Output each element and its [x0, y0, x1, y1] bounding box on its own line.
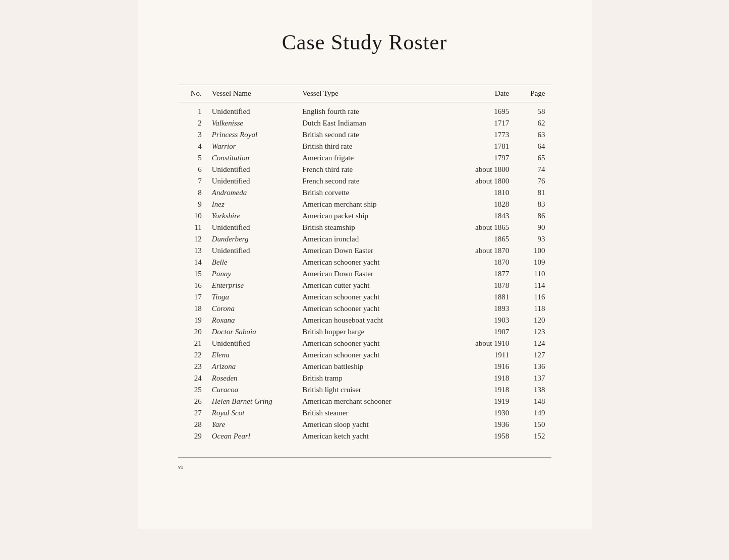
cell-name: Unidentified [212, 102, 302, 118]
table-row: 9InezAmerican merchant ship182883 [178, 199, 551, 210]
cell-type: British light cruiser [302, 384, 450, 396]
cell-name: Royal Scot [212, 407, 302, 419]
cell-page: 109 [517, 257, 551, 268]
table-row: 6UnidentifiedFrench third rateabout 1800… [178, 164, 551, 175]
cell-date: 1881 [450, 291, 518, 303]
cell-date: 1797 [450, 152, 518, 164]
cell-date: 1916 [450, 361, 518, 372]
cell-type: British third rate [302, 141, 450, 152]
cell-page: 138 [517, 384, 551, 396]
cell-page: 65 [517, 152, 551, 164]
cell-name: Unidentified [212, 338, 302, 349]
cell-date: about 1910 [450, 338, 518, 349]
table-row: 11UnidentifiedBritish steamshipabout 186… [178, 222, 551, 233]
table-row: 16EnterpriseAmerican cutter yacht1878114 [178, 280, 551, 291]
cell-date: 1907 [450, 326, 518, 338]
cell-name: Corona [212, 303, 302, 315]
cell-no: 3 [178, 129, 212, 141]
cell-name: Princess Royal [212, 129, 302, 141]
table-row: 28YareAmerican sloop yacht1936150 [178, 419, 551, 430]
cell-page: 152 [517, 430, 551, 442]
cell-no: 18 [178, 303, 212, 315]
cell-type: British corvette [302, 187, 450, 199]
cell-page: 86 [517, 210, 551, 222]
table-row: 20Doctor SaboiaBritish hopper barge19071… [178, 326, 551, 338]
table-row: 12DunderbergAmerican ironclad186593 [178, 233, 551, 245]
cell-name: Constitution [212, 152, 302, 164]
cell-name: Panay [212, 268, 302, 280]
cell-name: Elena [212, 349, 302, 361]
header-type: Vessel Type [302, 85, 450, 102]
cell-page: 120 [517, 315, 551, 326]
cell-page: 116 [517, 291, 551, 303]
cell-type: English fourth rate [302, 102, 450, 118]
table-row: 8AndromedaBritish corvette181081 [178, 187, 551, 199]
cell-type: American Down Easter [302, 268, 450, 280]
cell-page: 63 [517, 129, 551, 141]
cell-page: 114 [517, 280, 551, 291]
cell-date: 1717 [450, 117, 518, 129]
cell-date: about 1870 [450, 245, 518, 257]
footer: vi [178, 457, 551, 471]
cell-no: 16 [178, 280, 212, 291]
cell-date: 1695 [450, 102, 518, 118]
cell-name: Yorkshire [212, 210, 302, 222]
cell-page: 127 [517, 349, 551, 361]
cell-page: 62 [517, 117, 551, 129]
cell-date: 1918 [450, 384, 518, 396]
cell-page: 149 [517, 407, 551, 419]
cell-page: 100 [517, 245, 551, 257]
table-row: 1UnidentifiedEnglish fourth rate169558 [178, 102, 551, 118]
page-title: Case Study Roster [178, 30, 551, 54]
cell-date: 1828 [450, 199, 518, 210]
cell-no: 6 [178, 164, 212, 175]
cell-date: 1936 [450, 419, 518, 430]
cell-date: 1918 [450, 372, 518, 384]
cell-name: Curacoa [212, 384, 302, 396]
table-row: 27Royal ScotBritish steamer1930149 [178, 407, 551, 419]
cell-no: 7 [178, 175, 212, 187]
table-row: 2ValkenisseDutch East Indiaman171762 [178, 117, 551, 129]
cell-date: about 1865 [450, 222, 518, 233]
cell-type: American houseboat yacht [302, 315, 450, 326]
cell-date: 1865 [450, 233, 518, 245]
header-no: No. [178, 85, 212, 102]
table-row: 18CoronaAmerican schooner yacht1893118 [178, 303, 551, 315]
table-container: No. Vessel Name Vessel Type Date Page 1U… [178, 85, 551, 442]
cell-no: 27 [178, 407, 212, 419]
cell-date: 1958 [450, 430, 518, 442]
cell-page: 74 [517, 164, 551, 175]
cell-no: 23 [178, 361, 212, 372]
table-row: 3Princess RoyalBritish second rate177363 [178, 129, 551, 141]
cell-page: 136 [517, 361, 551, 372]
cell-no: 13 [178, 245, 212, 257]
cell-page: 123 [517, 326, 551, 338]
cell-page: 83 [517, 199, 551, 210]
cell-type: American schooner yacht [302, 349, 450, 361]
cell-type: French third rate [302, 164, 450, 175]
cell-page: 137 [517, 372, 551, 384]
cell-name: Andromeda [212, 187, 302, 199]
cell-type: American merchant schooner [302, 396, 450, 407]
cell-type: British steamer [302, 407, 450, 419]
table-row: 24RosedenBritish tramp1918137 [178, 372, 551, 384]
cell-name: Yare [212, 419, 302, 430]
cell-page: 76 [517, 175, 551, 187]
roster-table: No. Vessel Name Vessel Type Date Page 1U… [178, 85, 551, 442]
cell-type: British second rate [302, 129, 450, 141]
cell-type: American cutter yacht [302, 280, 450, 291]
cell-type: American ironclad [302, 233, 450, 245]
table-row: 23ArizonaAmerican battleship1916136 [178, 361, 551, 372]
table-row: 25CuracoaBritish light cruiser1918138 [178, 384, 551, 396]
cell-name: Enterprise [212, 280, 302, 291]
cell-type: American schooner yacht [302, 291, 450, 303]
cell-page: 81 [517, 187, 551, 199]
cell-name: Valkenisse [212, 117, 302, 129]
cell-no: 9 [178, 199, 212, 210]
cell-page: 124 [517, 338, 551, 349]
table-header: No. Vessel Name Vessel Type Date Page [178, 85, 551, 102]
cell-type: American schooner yacht [302, 257, 450, 268]
cell-date: 1773 [450, 129, 518, 141]
cell-type: American sloop yacht [302, 419, 450, 430]
table-row: 21UnidentifiedAmerican schooner yachtabo… [178, 338, 551, 349]
